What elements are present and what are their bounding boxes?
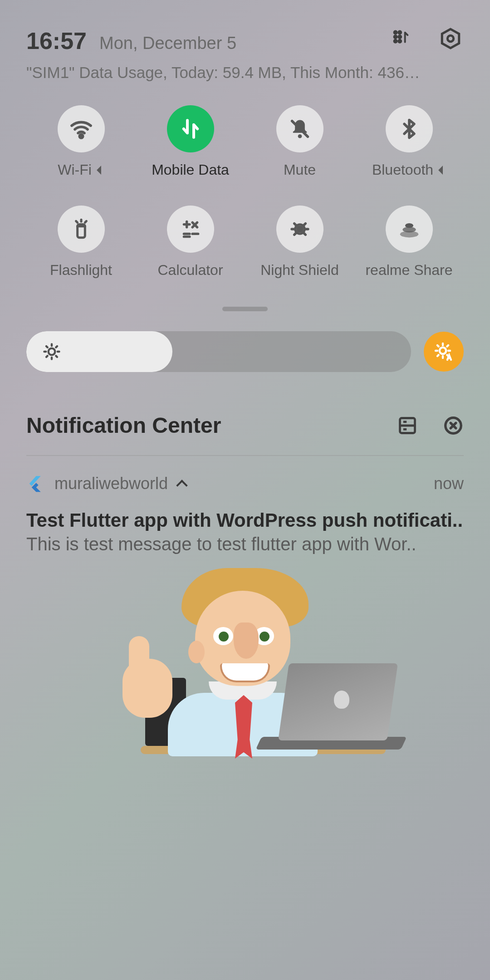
- svg-point-2: [394, 35, 397, 38]
- flutter-icon: [26, 475, 44, 493]
- toggle-realme-share[interactable]: realme Share: [354, 206, 464, 279]
- svg-point-18: [440, 348, 446, 354]
- calculator-icon: [167, 206, 214, 253]
- mobile-data-icon: [167, 105, 214, 152]
- svg-point-0: [394, 31, 397, 34]
- notification-time: now: [434, 474, 464, 493]
- chevron-up-icon[interactable]: [176, 480, 187, 491]
- toggle-label: Mobile Data: [152, 162, 229, 178]
- bluetooth-icon: [386, 105, 433, 152]
- svg-point-1: [398, 31, 401, 34]
- brightness-slider-thumb[interactable]: [26, 331, 172, 372]
- toggle-label: Flashlight: [50, 262, 112, 279]
- auto-brightness-icon: [433, 341, 455, 363]
- toggle-night-shield[interactable]: Night Shield: [245, 206, 354, 279]
- expand-icon[interactable]: [438, 166, 447, 175]
- toggle-label: Wi-Fi: [58, 162, 92, 178]
- toggle-mute[interactable]: Mute: [245, 105, 354, 178]
- toggle-flashlight[interactable]: Flashlight: [26, 206, 136, 279]
- toggle-label: Calculator: [157, 262, 223, 279]
- toggle-mobile-data[interactable]: Mobile Data: [136, 105, 245, 178]
- settings-icon[interactable]: [439, 27, 462, 50]
- quick-settings-grid: Wi-Fi Mobile Data: [26, 105, 464, 279]
- wifi-icon: [58, 105, 105, 152]
- expand-icon[interactable]: [97, 166, 106, 175]
- toggle-calculator[interactable]: Calculator: [136, 206, 245, 279]
- notification-manage-icon[interactable]: [397, 416, 417, 436]
- clear-all-icon[interactable]: [443, 415, 464, 436]
- svg-point-16: [405, 223, 413, 228]
- brightness-slider[interactable]: [26, 331, 411, 372]
- brightness-icon: [42, 342, 62, 362]
- sim-manager-icon[interactable]: [391, 28, 412, 49]
- realme-share-icon: [386, 206, 433, 253]
- data-usage-text: "SIM1" Data Usage, Today: 59.4 MB, This …: [26, 64, 464, 82]
- clock-date: Mon, December 5: [99, 34, 236, 53]
- toggle-label: Night Shield: [260, 262, 339, 279]
- notification-center-title: Notification Center: [26, 413, 221, 438]
- auto-brightness-button[interactable]: [424, 332, 464, 372]
- svg-point-13: [298, 227, 302, 231]
- svg-point-3: [398, 35, 401, 38]
- notification-body: This is test message to test flutter app…: [26, 534, 464, 554]
- notification-card[interactable]: muraliwebworld now Test Flutter app with…: [26, 474, 464, 754]
- toggle-label: realme Share: [365, 262, 452, 279]
- toggle-label: Bluetooth: [372, 162, 433, 178]
- divider: [26, 455, 464, 456]
- notification-app-name: muraliwebworld: [54, 474, 168, 493]
- notification-image: [26, 568, 464, 754]
- svg-point-7: [447, 35, 453, 41]
- flashlight-icon: [58, 206, 105, 253]
- night-shield-icon: [276, 206, 323, 253]
- svg-marker-6: [442, 29, 459, 48]
- svg-point-4: [394, 40, 397, 43]
- svg-point-9: [298, 134, 302, 138]
- mute-icon: [276, 105, 323, 152]
- notification-title: Test Flutter app with WordPress push not…: [26, 510, 464, 531]
- toggle-bluetooth[interactable]: Bluetooth: [354, 105, 464, 178]
- svg-point-5: [398, 40, 401, 43]
- panel-drag-handle[interactable]: [222, 307, 268, 311]
- toggle-wifi[interactable]: Wi-Fi: [26, 105, 136, 178]
- clock-time: 16:57: [26, 27, 87, 54]
- toggle-label: Mute: [284, 162, 316, 178]
- svg-point-17: [49, 348, 55, 355]
- svg-point-8: [79, 135, 83, 138]
- status-header: 16:57 Mon, December 5: [26, 27, 464, 54]
